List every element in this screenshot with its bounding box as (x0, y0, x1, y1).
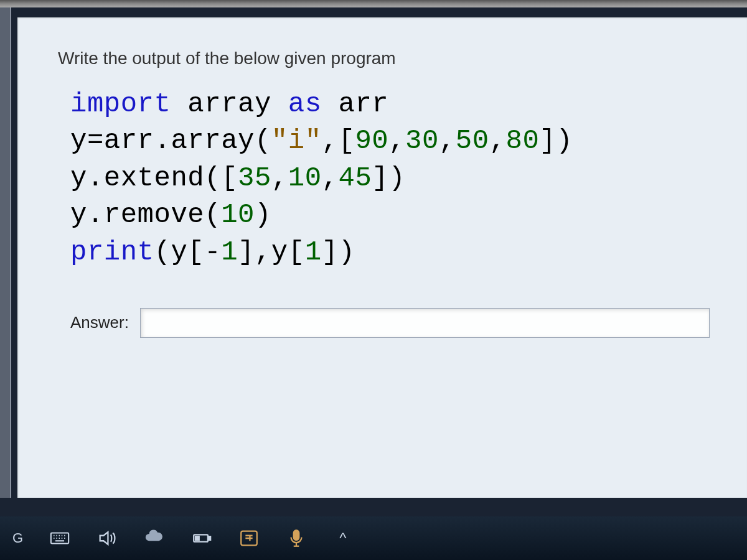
code-text: ]) (539, 125, 573, 156)
monitor-bezel (0, 0, 747, 7)
code-text: ) (255, 199, 271, 230)
code-text: , (388, 125, 405, 156)
code-number: 30 (405, 125, 439, 156)
code-text: (y[- (154, 236, 222, 268)
code-text: y=arr.array( (70, 125, 271, 156)
code-number: 10 (221, 199, 255, 230)
question-panel: Write the output of the below given prog… (17, 17, 747, 498)
code-keyword: print (70, 236, 154, 268)
window-left-edge (0, 7, 11, 498)
code-number: 35 (238, 162, 271, 194)
code-number: 50 (456, 125, 489, 156)
svg-rect-14 (195, 536, 199, 540)
code-text: ],y[ (238, 236, 305, 268)
mic-icon[interactable] (286, 528, 307, 549)
taskbar-letter-g[interactable]: G (12, 530, 23, 546)
touch-keyboard-icon[interactable] (49, 528, 70, 549)
code-number: 10 (288, 162, 322, 194)
ime-icon[interactable] (238, 528, 260, 549)
code-number: 1 (221, 236, 238, 268)
code-block: import array as arr y=arr.array("i",[90,… (70, 86, 710, 271)
code-text: ,[ (322, 125, 355, 156)
code-number: 80 (506, 125, 540, 156)
code-text: , (439, 125, 456, 156)
answer-row: Answer: (70, 308, 710, 338)
answer-label: Answer: (70, 313, 129, 332)
question-prompt: Write the output of the below given prog… (58, 49, 710, 68)
code-string: "i" (271, 125, 322, 156)
svg-rect-13 (209, 536, 210, 540)
code-text: ]) (322, 236, 355, 268)
code-text: y.extend([ (70, 162, 238, 194)
svg-rect-16 (294, 530, 299, 540)
code-text: , (271, 162, 288, 194)
weather-icon[interactable] (144, 528, 165, 549)
volume-icon[interactable] (96, 528, 118, 549)
code-number: 90 (355, 125, 388, 156)
code-text: array (171, 88, 288, 119)
taskbar: G (0, 516, 747, 560)
code-keyword: import (70, 88, 171, 119)
code-number: 1 (305, 236, 322, 268)
tray-overflow-caret-icon[interactable]: ^ (339, 530, 346, 547)
code-keyword: as (288, 88, 322, 119)
code-text: y.remove( (70, 199, 221, 230)
code-text: arr (322, 88, 389, 119)
answer-input[interactable] (140, 308, 710, 338)
battery-icon[interactable] (191, 528, 212, 549)
code-text: , (489, 125, 506, 156)
code-text: , (322, 162, 339, 194)
code-text: ]) (372, 162, 405, 194)
code-number: 45 (338, 162, 372, 194)
